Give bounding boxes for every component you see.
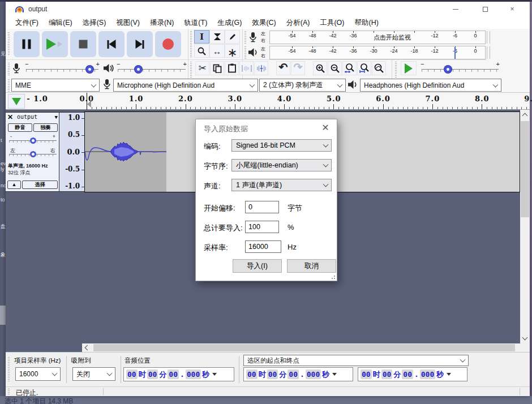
track-name-menu[interactable]: output ▼ [17,114,58,120]
menu-item-s[interactable]: 选择(S) [78,16,111,29]
time-field-caret-icon[interactable] [332,373,337,376]
time-field-caret-icon[interactable] [212,373,217,376]
vertical-scrollbar[interactable] [520,110,530,343]
horizontal-scroll-thumb[interactable] [93,344,515,351]
recording-meter[interactable]: -54-48-42-36-30-24-18-12-60 点击开始监视 [269,31,486,44]
title-bar[interactable]: output × [6,2,530,16]
maximize-button[interactable] [477,5,494,14]
fit-project-button[interactable] [357,61,371,75]
selection-range-mode-select[interactable]: 选区的起点和终点 [243,355,469,366]
horizontal-scrollbar[interactable] [6,343,530,352]
gain-slider[interactable]: - + [9,134,57,147]
playback-volume-thumb[interactable] [135,66,142,73]
playback-meter-toolbar[interactable]: 左右 -54-48-42-36-30-24-18-12-60 [243,45,487,61]
project-rate-select[interactable]: 16000 [15,367,61,381]
solo-button[interactable]: 独奏 [33,123,58,132]
menu-item-t[interactable]: 轨道(T) [179,16,212,29]
selection-start-field[interactable]: 00时00分00.000秒 [243,367,353,381]
zoom-selection-button[interactable] [342,61,357,75]
zoom-tool-button[interactable] [194,44,209,58]
menu-item-h[interactable]: 帮助(H) [349,16,383,29]
play-at-speed-button[interactable] [401,61,417,75]
mute-button[interactable]: 静音 [8,123,32,132]
scroll-down-icon[interactable] [522,335,528,341]
pause-button[interactable] [14,31,40,57]
stop-button[interactable] [70,31,96,57]
pan-thumb[interactable] [30,151,36,157]
selection-toolbar-grip[interactable] [8,357,10,382]
transport-toolbar-grip[interactable] [8,32,10,56]
menu-item-a[interactable]: 分析(A) [281,16,315,29]
selection-end-field[interactable]: 00时00分00.000秒 [358,367,467,381]
dialog-close-button[interactable]: ✕ [320,122,331,133]
skip-to-end-button[interactable] [127,31,153,57]
zoom-in-button[interactable] [313,61,327,75]
collapse-track-button[interactable]: ▲ [7,180,21,189]
track-vertical-ruler[interactable]: 1.00.50.0-0.5-1.0 [59,112,84,192]
recording-meter-toolbar[interactable]: 左右 -54-48-42-36-30-24-18-12-60 点击开始监视 [243,30,487,45]
menu-item-g[interactable]: 生成(G) [212,16,247,29]
play-speed-slider[interactable]: −+ [421,62,500,75]
recording-channels-select[interactable]: 2 (立体声) 录制声道 [259,79,346,92]
recording-meter-grip[interactable] [244,31,246,44]
menu-item-n[interactable]: 播录(N) [145,16,179,29]
playhead-marker-icon[interactable] [87,101,91,108]
encoding-select[interactable]: Signed 16-bit PCM [231,139,332,152]
selection-tool-button[interactable]: I [194,30,209,44]
record-button[interactable] [155,31,181,57]
pinned-play-head-button[interactable] [8,94,25,109]
menu-item-c[interactable]: 效果(C) [247,16,281,29]
redo-button[interactable]: ↷ [291,61,305,75]
track-close-button[interactable]: ✕ [7,113,13,121]
menu-item-f[interactable]: 文件(F) [10,16,44,29]
zoom-out-button[interactable] [328,61,342,75]
audio-host-select[interactable]: MME [11,79,100,92]
menu-item-e[interactable]: 编辑(E) [44,16,78,29]
close-button[interactable]: × [504,5,521,14]
zoom-toggle-button[interactable] [372,61,386,75]
tools-toolbar-grip[interactable] [190,31,192,57]
playback-meter-grip[interactable] [244,46,246,59]
offset-input[interactable]: 0 [245,201,279,213]
multi-tool-button[interactable]: ∗ [225,44,240,58]
skip-to-start-button[interactable] [98,31,125,57]
envelope-tool-button[interactable] [209,30,225,44]
mixer-toolbar-grip[interactable] [8,63,10,76]
playback-device-select[interactable]: Headphones (High Definition Aud [360,79,501,92]
play-speed-thumb[interactable] [444,66,452,73]
cut-button[interactable]: ✂ [195,61,209,75]
play-at-speed-grip[interactable] [395,62,397,78]
copy-button[interactable] [210,61,224,75]
edit-toolbar-grip[interactable] [190,62,192,78]
import-raw-dialog[interactable]: 导入原始数据 ✕ 编码: Signed 16-bit PCM 字节序: 小尾端(… [195,119,337,281]
time-field-caret-icon[interactable] [447,373,451,376]
play-button[interactable] [42,31,68,57]
playback-meter[interactable]: -54-48-42-36-30-24-18-12-60 [269,46,486,59]
undo-button[interactable]: ↶ [276,61,290,75]
minimize-button[interactable] [447,5,464,14]
gain-thumb[interactable] [30,137,36,144]
recording-volume-thumb[interactable] [86,66,93,73]
recording-device-select[interactable]: Microphone (High Definition Aud [113,79,258,92]
timeline-ruler[interactable]: - 1.00.01.02.03.04.05.06.07.08.09.0 [6,93,530,110]
audio-position-field[interactable]: 00时00分00.000秒 [123,367,234,381]
cancel-button[interactable]: 取消 [287,259,336,273]
track-control-panel[interactable]: ✕ output ▼ 静音 独奏 - + 左 右 [6,112,59,192]
timeshift-tool-button[interactable]: ↔ [209,44,225,58]
trim-audio-button[interactable] [239,61,254,75]
menu-item-v[interactable]: 视图(V) [111,16,145,29]
dialog-resize-grip[interactable] [331,275,336,280]
byte-order-select[interactable]: 小尾端(little-endian) [231,159,332,171]
track-select-button[interactable]: 选择 [22,180,58,189]
amount-input[interactable]: 100 [245,221,279,233]
channels-select[interactable]: 1 声道(单声道) [231,179,332,191]
silence-audio-button[interactable] [254,61,268,75]
scroll-up-icon[interactable] [522,113,528,119]
import-button[interactable]: 导入(I) [233,259,282,273]
recording-volume-slider[interactable]: −+ [25,62,100,75]
pan-slider[interactable]: 左 右 [9,148,57,160]
playback-volume-slider[interactable]: −+ [117,62,187,75]
menu-item-o[interactable]: 工具(O) [315,16,349,29]
device-toolbar-grip[interactable] [8,79,10,92]
draw-tool-button[interactable] [225,30,240,44]
